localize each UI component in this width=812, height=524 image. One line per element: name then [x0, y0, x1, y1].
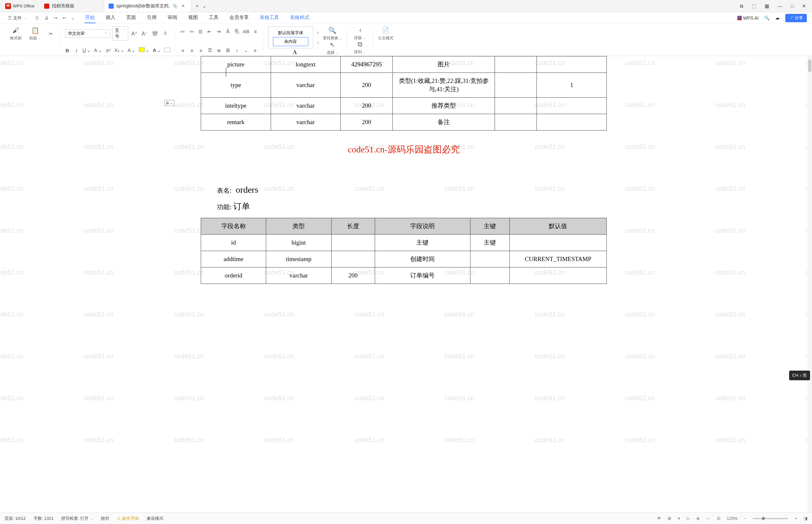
para-marks-icon[interactable]: ≡ — [253, 29, 259, 34]
line-spacing-icon[interactable]: ↕ — [234, 48, 240, 53]
superscript-button[interactable]: X² — [105, 48, 111, 53]
status-spellcheck[interactable]: 拼写检查: 打开 ⌄ — [61, 515, 93, 521]
table-cell[interactable]: orderid — [201, 267, 266, 284]
share-button[interactable]: ↗ 分享 — [785, 14, 807, 22]
tab-view[interactable]: 视图 — [187, 13, 198, 23]
table-cell[interactable]: longtext — [271, 56, 341, 73]
arrange-button[interactable]: ⧉ 排列⌄ — [352, 40, 368, 55]
table-cell[interactable]: 200 — [341, 73, 393, 98]
tab-close-icon[interactable]: ✕ — [180, 3, 186, 9]
font-family-selector[interactable]: 华文仿宋⌄ — [65, 29, 110, 38]
new-tab-menu-icon[interactable]: ⌄ — [202, 3, 206, 9]
align-distributed-icon[interactable]: ≣ — [216, 47, 222, 53]
table-cell[interactable] — [331, 251, 375, 267]
table-cell[interactable]: 200 — [341, 114, 393, 131]
view-web-icon[interactable]: ⊕ — [696, 516, 700, 521]
document-area[interactable]: code51.cncode51.cncode51.cncode51.cncode… — [0, 56, 808, 512]
clear-format-icon[interactable]: ◊ — [161, 29, 169, 38]
tab-member[interactable]: 会员专享 — [229, 13, 249, 23]
brush-icon[interactable]: 毛 — [234, 28, 240, 34]
table-cell[interactable] — [510, 267, 607, 284]
status-missing-font[interactable]: ⚠ 缺失字体 — [117, 515, 139, 521]
table-cell[interactable] — [495, 114, 537, 131]
fit-page-icon[interactable]: ⊡ — [717, 516, 720, 521]
table-cell[interactable]: 200 — [341, 98, 393, 114]
vlayout-button[interactable]: ⫞ 排版⌄ — [352, 27, 368, 40]
table-cell[interactable]: varchar — [271, 73, 341, 98]
borders-icon[interactable]: ⊞ — [225, 47, 231, 53]
tab-reference[interactable]: 引用 — [146, 13, 157, 23]
table-row[interactable]: idbigint主键主键 — [201, 234, 607, 251]
font-effect-icon[interactable]: Ǎ — [225, 29, 231, 34]
table-row[interactable]: typevarchar200类型(1:收藏,21:赞,22:踩,31:竞拍参与,… — [201, 73, 607, 98]
minimize-icon[interactable]: — — [778, 3, 782, 9]
table-cell[interactable]: CURRENT_TIMESTAMP — [510, 251, 607, 267]
table-cell[interactable] — [331, 234, 375, 251]
table-cell[interactable] — [470, 251, 510, 267]
table-cell[interactable]: varchar — [266, 267, 331, 284]
avatar-icon[interactable]: ▦ — [765, 3, 769, 9]
table-cell[interactable] — [537, 98, 607, 114]
status-proofing[interactable]: 校对 — [101, 515, 109, 521]
table-cell[interactable]: 4294967295 — [341, 56, 393, 73]
table-cell[interactable] — [495, 98, 537, 114]
search-icon[interactable]: 🔍 — [764, 15, 769, 20]
tab-page[interactable]: 页面 — [126, 13, 137, 23]
table-cell[interactable]: bigint — [266, 234, 331, 251]
zoom-slider[interactable] — [753, 518, 788, 519]
table-cell[interactable]: 主键 — [470, 234, 510, 251]
status-compat-mode[interactable]: 兼容模式 — [147, 515, 163, 521]
style-table-content[interactable]: 表内容 — [273, 37, 308, 46]
multiwindow-icon[interactable]: ⧉ — [740, 3, 743, 9]
table-cell[interactable]: 创建时间 — [375, 251, 470, 267]
bold-button[interactable]: B — [64, 48, 70, 53]
table-row[interactable]: orderidvarchar200订单编号 — [201, 267, 607, 284]
table-row[interactable]: picturelongtext4294967295图片 — [201, 56, 607, 73]
zoom-knob[interactable] — [762, 517, 765, 520]
tab-template[interactable]: 找稻壳模板 — [40, 0, 104, 12]
strikethrough-button[interactable]: A⌄ — [94, 47, 102, 53]
numbering-icon[interactable]: ≕ — [189, 29, 195, 34]
table-cell[interactable]: varchar — [271, 98, 341, 114]
table-cell[interactable]: 类型(1:收藏,21:赞,22:踩,31:竞拍参与,41:关注) — [393, 73, 495, 98]
ime-indicator[interactable]: CH ♪ 简 — [789, 371, 810, 380]
align-left-icon[interactable]: ≡ — [180, 48, 186, 53]
align-right-icon[interactable]: ≡ — [198, 48, 204, 53]
phonetic-icon[interactable]: 變 — [151, 29, 159, 38]
view-page-icon[interactable]: ⊞ — [668, 516, 671, 521]
zoom-out-icon[interactable]: − — [744, 516, 747, 521]
scrollbar-thumb[interactable] — [808, 59, 811, 72]
file-menu[interactable]: 三 文件 ⌄ — [5, 14, 29, 22]
table-cell[interactable]: varchar — [271, 114, 341, 131]
tab-home[interactable]: 开始 — [84, 13, 95, 23]
table-cell[interactable] — [495, 56, 537, 73]
eye-icon[interactable]: 👁 — [657, 516, 661, 521]
select-button[interactable]: ↖ 选择⌄ — [325, 41, 341, 55]
close-window-icon[interactable]: ✕ — [802, 3, 806, 9]
table-row[interactable]: inteltypevarchar200推荐类型 — [201, 98, 607, 114]
font-increase-icon[interactable]: A⁺ — [130, 29, 138, 38]
table-cell[interactable]: inteltype — [201, 98, 271, 114]
tab-table-tools[interactable]: 表格工具 — [259, 13, 280, 23]
table-cell[interactable]: timestamp — [266, 251, 331, 267]
db-table-orders[interactable]: 字段名称类型长度字段说明主键默认值idbigint主键主键addtimetime… — [201, 218, 607, 284]
find-replace-button[interactable]: 🔍 查找替换⌄ — [323, 27, 342, 41]
table-cell[interactable]: 图片 — [393, 56, 495, 73]
view-outline-icon[interactable]: ≡ — [678, 516, 680, 521]
char-scale-icon[interactable]: AB — [243, 29, 249, 34]
db-table-previous[interactable]: picturelongtext4294967295图片typevarchar20… — [201, 56, 607, 131]
letter-icon[interactable]: 🗋 — [35, 15, 39, 20]
cube-icon[interactable]: ⬚ — [752, 3, 756, 9]
print-icon[interactable]: 🖨 — [45, 15, 49, 20]
style-down-icon[interactable]: ▾ — [317, 41, 319, 45]
multilevel-icon[interactable]: ⊟ — [198, 29, 204, 34]
undo-icon[interactable]: ↩ — [63, 15, 66, 20]
vertical-scrollbar[interactable] — [808, 56, 812, 512]
cut-icon[interactable]: ✂ — [46, 30, 55, 38]
table-cell[interactable]: type — [201, 73, 271, 98]
tab-document[interactable]: springbootij5dr数据库文档. 📎 ✕ — [104, 0, 191, 12]
table-cell[interactable]: 推荐类型 — [393, 98, 495, 114]
zoom-in-icon[interactable]: + — [795, 516, 797, 521]
gongwen-button[interactable]: 📄 公文模式 — [378, 27, 394, 41]
table-cell[interactable]: 200 — [331, 267, 375, 284]
